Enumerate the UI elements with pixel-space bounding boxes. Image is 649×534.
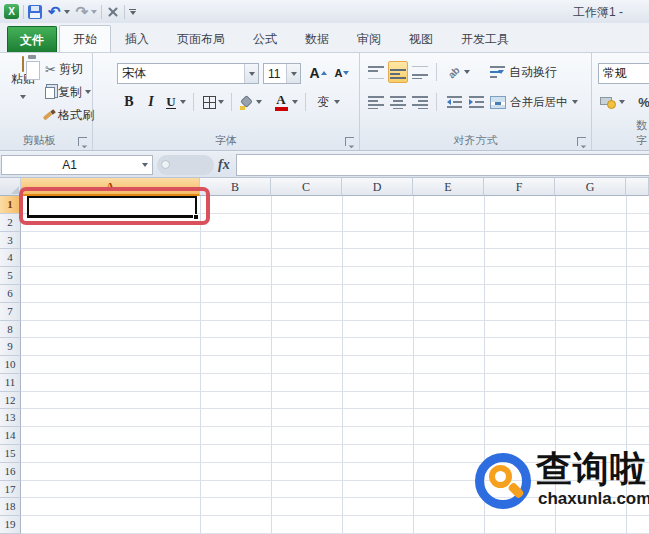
phonetic-dropdown-icon[interactable] xyxy=(331,91,343,113)
insert-function-button[interactable]: fx xyxy=(218,157,230,173)
name-box-dropdown-icon[interactable] xyxy=(137,163,152,167)
row-header-4[interactable]: 4 xyxy=(0,249,21,267)
row-header-3[interactable]: 3 xyxy=(0,232,21,250)
orientation-dropdown-icon[interactable] xyxy=(461,61,473,83)
shrink-font-button[interactable]: A xyxy=(331,62,353,84)
column-header-G[interactable]: G xyxy=(555,178,626,196)
grid-hline xyxy=(21,266,649,267)
row-header-2[interactable]: 2 xyxy=(0,214,21,232)
alignment-dialog-launcher-icon[interactable] xyxy=(577,137,586,146)
merge-center-button[interactable]: 合并后居中 xyxy=(490,91,578,113)
font-group-label: 字体 xyxy=(93,133,359,148)
wrap-text-button[interactable]: 自动换行 xyxy=(490,61,557,83)
paste-dropdown-icon[interactable] xyxy=(20,95,26,99)
align-right-button[interactable] xyxy=(410,91,430,113)
column-header-D[interactable]: D xyxy=(342,178,413,196)
align-bottom-button[interactable] xyxy=(410,61,430,83)
font-name-combo[interactable]: 宋体 xyxy=(117,63,259,84)
grow-font-button[interactable]: A xyxy=(307,62,329,84)
select-all-button[interactable] xyxy=(0,178,21,196)
tab-公式[interactable]: 公式 xyxy=(239,26,291,52)
customize-tools-icon[interactable] xyxy=(106,5,120,19)
row-header-8[interactable]: 8 xyxy=(0,321,21,339)
font-size-combo[interactable]: 11 xyxy=(263,63,301,84)
row-header-18[interactable]: 18 xyxy=(0,498,21,516)
row-header-11[interactable]: 11 xyxy=(0,374,21,392)
row-header-10[interactable]: 10 xyxy=(0,356,21,374)
tab-页面布局[interactable]: 页面布局 xyxy=(163,26,239,52)
borders-dropdown-icon[interactable] xyxy=(215,91,227,113)
row-header-6[interactable]: 6 xyxy=(0,285,21,303)
align-left-button[interactable] xyxy=(366,91,386,113)
increase-indent-icon xyxy=(469,96,484,108)
row-header-12[interactable]: 12 xyxy=(0,392,21,410)
font-dialog-launcher-icon[interactable] xyxy=(345,137,354,146)
quick-access-toolbar: X ↶ ↷ xyxy=(4,3,136,20)
row-header-15[interactable]: 15 xyxy=(0,445,21,463)
row-header-5[interactable]: 5 xyxy=(0,267,21,285)
italic-button[interactable]: I xyxy=(141,91,161,113)
grid-vline xyxy=(200,196,201,534)
font-name-dropdown-icon[interactable] xyxy=(244,64,258,83)
grid-hline xyxy=(21,302,649,303)
tab-开始[interactable]: 开始 xyxy=(59,25,111,52)
tab-开发工具[interactable]: 开发工具 xyxy=(447,26,523,52)
row-header-1[interactable]: 1 xyxy=(0,196,21,214)
tab-审阅[interactable]: 审阅 xyxy=(343,26,395,52)
redo-dropdown-icon[interactable] xyxy=(91,10,97,14)
column-header-partial[interactable] xyxy=(626,178,649,196)
undo-icon[interactable]: ↶ xyxy=(48,4,61,19)
column-header-F[interactable]: F xyxy=(484,178,555,196)
column-header-B[interactable]: B xyxy=(200,178,271,196)
row-header-14[interactable]: 14 xyxy=(0,427,21,445)
row-header-19[interactable]: 19 xyxy=(0,516,21,534)
percent-style-button[interactable]: % xyxy=(634,91,649,113)
paste-button[interactable]: 粘贴 xyxy=(4,57,42,133)
excel-logo-icon[interactable]: X xyxy=(4,4,19,19)
save-icon[interactable] xyxy=(28,5,42,19)
name-box[interactable]: A1 xyxy=(1,155,153,175)
row-header-17[interactable]: 17 xyxy=(0,481,21,499)
redo-icon[interactable]: ↷ xyxy=(76,4,89,19)
format-painter-button[interactable]: 格式刷 xyxy=(42,105,94,125)
format-painter-icon xyxy=(42,109,55,122)
merge-center-dropdown-icon[interactable] xyxy=(572,100,578,104)
formula-input[interactable] xyxy=(236,154,649,176)
phonetic-guide-button[interactable]: 变 xyxy=(313,91,333,113)
copy-dropdown-icon[interactable] xyxy=(85,90,91,94)
font-size-dropdown-icon[interactable] xyxy=(286,64,300,83)
tab-数据[interactable]: 数据 xyxy=(291,26,343,52)
row-header-7[interactable]: 7 xyxy=(0,303,21,321)
align-top-button[interactable] xyxy=(366,61,386,83)
row-header-13[interactable]: 13 xyxy=(0,409,21,427)
quick-access-dropdown-icon[interactable] xyxy=(129,9,136,15)
align-center-button[interactable] xyxy=(388,91,408,113)
font-color-dropdown-icon[interactable] xyxy=(289,91,301,113)
fill-color-dropdown-icon[interactable] xyxy=(253,91,265,113)
tab-插入[interactable]: 插入 xyxy=(111,26,163,52)
align-middle-button[interactable] xyxy=(388,61,408,83)
column-header-E[interactable]: E xyxy=(413,178,484,196)
clipboard-group-label: 剪贴板 xyxy=(0,133,78,148)
decrease-indent-button[interactable] xyxy=(444,91,464,113)
divider-grip-icon[interactable] xyxy=(161,160,170,169)
excel-window: X ↶ ↷ 工作簿1 - 文件开始插入页面布局公式数据审阅视图开发工具 粘贴 xyxy=(0,0,649,534)
undo-dropdown-icon[interactable] xyxy=(64,10,70,14)
clipboard-dialog-launcher-icon[interactable] xyxy=(78,137,87,146)
tab-视图[interactable]: 视图 xyxy=(395,26,447,52)
cut-button[interactable]: ✂ 剪切 xyxy=(45,59,83,79)
column-header-C[interactable]: C xyxy=(271,178,342,196)
row-header-9[interactable]: 9 xyxy=(0,338,21,356)
number-format-combo[interactable]: 常规 xyxy=(598,63,649,84)
increase-indent-button[interactable] xyxy=(466,91,486,113)
copy-button[interactable]: 复制 xyxy=(45,82,91,102)
tab-file[interactable]: 文件 xyxy=(7,26,57,52)
row-header-16[interactable]: 16 xyxy=(0,463,21,481)
font-color-button[interactable]: A xyxy=(271,91,291,113)
bold-button[interactable]: B xyxy=(119,91,139,113)
underline-dropdown-icon[interactable] xyxy=(177,91,189,113)
currency-dropdown-icon[interactable] xyxy=(616,91,628,113)
grid-hline xyxy=(21,248,649,249)
grid-hline xyxy=(21,515,649,516)
currency-format-button[interactable] xyxy=(598,91,618,113)
